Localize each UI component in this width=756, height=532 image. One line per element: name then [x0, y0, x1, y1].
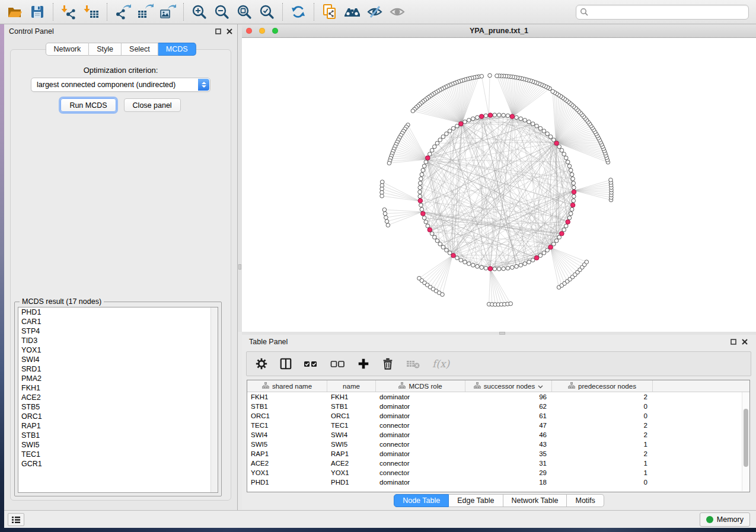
delete-column-icon[interactable]: [381, 357, 394, 370]
tab-edge-table[interactable]: Edge Table: [449, 494, 503, 507]
table-cell: ACE2: [247, 459, 327, 468]
mcds-result-item[interactable]: YOX1: [18, 345, 218, 355]
tab-mcds[interactable]: MCDS: [158, 43, 196, 56]
network-canvas[interactable]: [242, 38, 756, 332]
mcds-result-item[interactable]: STB1: [18, 431, 218, 440]
splitter-grip[interactable]: [238, 264, 241, 270]
table-row[interactable]: PHD1PHD1dominator180: [247, 477, 749, 487]
tab-node-table[interactable]: Node Table: [394, 494, 449, 507]
table-cell: SWI5: [327, 440, 376, 449]
mcds-result-item[interactable]: CAR1: [18, 317, 218, 326]
table-cell: connector: [376, 468, 465, 477]
export-table-icon[interactable]: [135, 2, 155, 21]
column-header-name[interactable]: name: [327, 380, 376, 392]
mcds-result-item[interactable]: GCR1: [18, 459, 218, 469]
table-row[interactable]: SWI4SWI4dominator462: [247, 430, 749, 440]
mcds-result-item[interactable]: PHD1: [18, 307, 218, 317]
table-cell: 2: [552, 430, 653, 440]
table-cell: 47: [465, 421, 552, 430]
mcds-list-scrollbar[interactable]: [210, 307, 218, 492]
import-table-icon[interactable]: [81, 2, 101, 21]
table-row[interactable]: YOX1YOX1connector291: [247, 468, 749, 477]
zoom-fit-icon[interactable]: [234, 2, 254, 21]
new-network-from-selection-icon[interactable]: [320, 2, 340, 21]
toolbar-separator: [107, 3, 107, 21]
column-header-successor-nodes[interactable]: successor nodes: [465, 380, 552, 392]
table-cell: 2: [552, 392, 653, 402]
mcds-result-item[interactable]: RAP1: [18, 421, 218, 431]
add-column-icon[interactable]: [357, 357, 370, 370]
zoom-in-icon[interactable]: [189, 2, 209, 21]
export-network-icon[interactable]: [113, 2, 133, 21]
table-row[interactable]: STB1STB1dominator620: [247, 402, 749, 411]
table-row[interactable]: ACE2ACE2connector311: [247, 459, 749, 468]
zoom-selected-icon[interactable]: [257, 2, 277, 21]
float-panel-icon[interactable]: [215, 28, 221, 34]
mcds-result-item[interactable]: SWI4: [18, 355, 218, 364]
show-panel-menu-button[interactable]: [8, 513, 24, 526]
select-all-icon[interactable]: [304, 358, 319, 370]
mcds-result-item[interactable]: SRD1: [18, 364, 218, 374]
memory-button[interactable]: Memory: [700, 512, 750, 527]
run-mcds-button[interactable]: Run MCDS: [60, 98, 116, 112]
tab-motifs[interactable]: Motifs: [567, 494, 604, 507]
deselect-all-icon[interactable]: [330, 358, 346, 370]
table-options-icon[interactable]: [255, 357, 268, 370]
mcds-result-item[interactable]: STP4: [18, 326, 218, 336]
main-toolbar: [0, 0, 756, 24]
close-panel-icon[interactable]: [227, 28, 232, 34]
node-table-body: FKH1FKH1dominator962STB1STB1dominator620…: [247, 392, 749, 487]
table-scrollbar[interactable]: [742, 392, 749, 491]
column-header-MCDS-role[interactable]: MCDS role: [376, 380, 465, 392]
zoom-out-icon[interactable]: [212, 2, 232, 21]
table-cell: PHD1: [327, 477, 376, 487]
scrollbar-thumb[interactable]: [744, 409, 748, 467]
show-all-icon[interactable]: [387, 2, 407, 21]
table-cell: SWI4: [327, 430, 376, 440]
table-cell: 2: [552, 421, 653, 430]
column-header-predecessor-nodes[interactable]: predecessor nodes: [552, 380, 653, 392]
table-cell: ORC1: [247, 411, 327, 421]
mcds-result-item[interactable]: FKH1: [18, 383, 218, 393]
table-cell: TEC1: [247, 421, 327, 430]
table-cell: PHD1: [247, 477, 327, 487]
table-row[interactable]: TEC1TEC1connector472: [247, 421, 749, 430]
tab-style[interactable]: Style: [89, 43, 122, 56]
table-row[interactable]: RAP1RAP1dominator352: [247, 449, 749, 459]
refresh-icon[interactable]: [288, 2, 308, 21]
table-cell: dominator: [376, 411, 465, 421]
mcds-result-item[interactable]: STB5: [18, 402, 218, 412]
function-builder-icon: f(x): [432, 358, 449, 370]
show-hide-columns-icon[interactable]: [279, 357, 292, 370]
mcds-result-list[interactable]: PHD1CAR1STP4TID3YOX1SWI4SRD1PMA2FKH1ACE2…: [18, 307, 218, 493]
first-neighbors-icon[interactable]: [342, 2, 362, 21]
mcds-result-item[interactable]: TID3: [18, 336, 218, 345]
mcds-result-item[interactable]: PMA2: [18, 374, 218, 383]
table-row[interactable]: ORC1ORC1dominator610: [247, 411, 749, 421]
mcds-result-item[interactable]: SWI5: [18, 440, 218, 450]
optimization-criterion-select[interactable]: largest connected component (undirected): [31, 78, 210, 92]
float-panel-icon[interactable]: [731, 339, 736, 345]
save-session-icon[interactable]: [27, 2, 47, 21]
open-file-icon[interactable]: [5, 2, 25, 21]
mcds-result-item[interactable]: TEC1: [18, 450, 218, 459]
export-image-icon[interactable]: [158, 2, 178, 21]
tab-network-table[interactable]: Network Table: [503, 494, 567, 507]
network-window-titlebar[interactable]: YPA_prune.txt_1: [242, 24, 756, 38]
hide-selected-icon[interactable]: [365, 2, 385, 21]
close-panel-icon[interactable]: [742, 339, 748, 345]
close-panel-button[interactable]: Close panel: [124, 98, 181, 112]
import-network-icon[interactable]: [59, 2, 79, 21]
tab-select[interactable]: Select: [122, 43, 158, 56]
table-cell: connector: [376, 459, 465, 468]
tab-network[interactable]: Network: [45, 43, 89, 56]
mcds-result-item[interactable]: ORC1: [18, 412, 218, 421]
column-header-shared-name[interactable]: shared name: [247, 380, 327, 392]
search-input[interactable]: [576, 5, 749, 20]
table-cell: YOX1: [327, 468, 376, 477]
table-row[interactable]: SWI5SWI5connector431: [247, 440, 749, 449]
vertical-splitter[interactable]: [238, 24, 242, 332]
table-cell: connector: [376, 421, 465, 430]
mcds-result-item[interactable]: ACE2: [18, 393, 218, 402]
table-row[interactable]: FKH1FKH1dominator962: [247, 392, 749, 402]
